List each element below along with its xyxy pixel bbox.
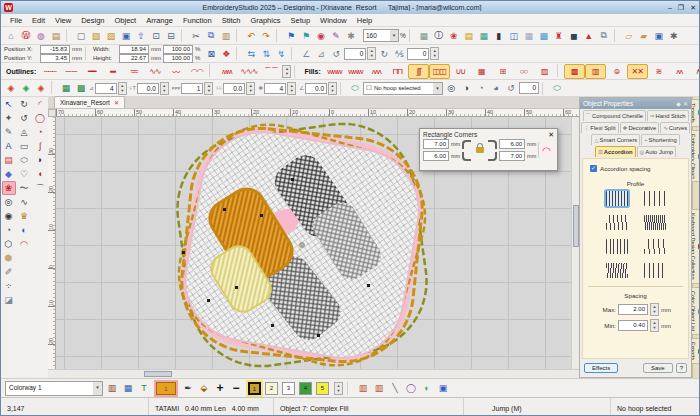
paste-colorway-icon[interactable]: ▰ — [637, 29, 651, 43]
arrange-field[interactable]: 0.0 — [305, 83, 327, 94]
menu-item[interactable]: Design — [76, 16, 109, 25]
height-field[interactable]: 22.67 — [119, 54, 149, 63]
scale-x-field[interactable]: 100.00 — [163, 45, 193, 54]
pen-scatter-tool[interactable]: ✐ — [2, 265, 16, 279]
mannequin-icon[interactable]: ▲ — [582, 29, 596, 43]
2[interactable]: 2 — [265, 382, 278, 395]
s-curve-tool[interactable]: ∫ — [33, 139, 47, 153]
hook-curve-tool[interactable]: ⌒ — [33, 181, 47, 195]
cross-stitch-fill[interactable]: ▦ — [471, 64, 492, 79]
zoom-value[interactable]: 160 — [364, 31, 390, 41]
center-design-icon[interactable]: ❖ — [219, 47, 233, 61]
rotate-stepper[interactable]: ▲▼ — [367, 47, 376, 60]
crown-motif-tool[interactable]: ♛ — [17, 209, 31, 223]
minimize-button[interactable]: – — [668, 4, 672, 12]
satin-fill[interactable]: ΠΠ — [387, 64, 408, 79]
arrange-stepper[interactable]: ▲▼ — [246, 82, 255, 95]
close-icon[interactable]: ✕ — [683, 100, 688, 107]
align-horizontal-icon[interactable]: ◈ — [4, 81, 18, 95]
rotate-cw-icon[interactable]: ↻ — [377, 47, 391, 61]
skew-field[interactable]: 0 — [407, 48, 429, 60]
trueview-icon[interactable]: ◐ — [420, 381, 434, 395]
sequin-fill[interactable]: ○○ — [513, 64, 534, 79]
Flexi Split[interactable]: ⋮Flexi Split — [581, 122, 619, 133]
print-icon[interactable]: ⊡ — [149, 29, 163, 43]
curve-line-tool[interactable]: ∿ — [17, 195, 31, 209]
zoom-combobox[interactable]: 160 ▾ — [363, 29, 399, 42]
scatter-dots-tool[interactable]: ⁘ — [2, 279, 16, 293]
close-icon[interactable]: ✕ — [548, 131, 554, 139]
design-info-icon[interactable]: ⓘ — [432, 29, 446, 43]
rotate-field[interactable]: 0 — [344, 48, 366, 60]
profile-6[interactable] — [644, 239, 666, 254]
colorway-palette-icon[interactable]: ▥ — [105, 381, 119, 395]
p-shape-tool[interactable]: ◖ — [33, 167, 47, 181]
hoop-selector[interactable]: ☐ No hoop selected ▾ — [363, 82, 443, 95]
maximize-button[interactable]: ❐ — [678, 4, 684, 12]
tatami-offset-fill[interactable]: ᴡᴡᴡ — [345, 64, 366, 79]
swirl-fill-tool[interactable]: ◔ — [2, 223, 16, 237]
space-evenly-icon[interactable]: ◈ — [34, 81, 48, 95]
arrange-stepper[interactable]: ▲▼ — [160, 82, 169, 95]
freehand-select-tool[interactable]: ✎ — [2, 125, 16, 139]
profile-8[interactable] — [644, 263, 666, 278]
globe-tool[interactable]: ◐ — [17, 223, 31, 237]
Auto Jump[interactable]: ◎Auto Jump — [637, 146, 677, 157]
help-button[interactable]: ? — [676, 363, 687, 373]
width-field[interactable]: 18.94 — [119, 45, 149, 54]
arrange-field[interactable]: 0.0 — [137, 83, 159, 94]
accordion-spacing-checkbox[interactable]: ✓ Accordion spacing — [590, 165, 651, 172]
mirror-vertical-icon[interactable]: ⇅ — [259, 47, 273, 61]
lettering-tool[interactable]: A — [2, 139, 16, 153]
rainbow-arc-tool[interactable]: ◠ — [17, 237, 31, 251]
max-spacing-stepper[interactable]: ▲▼ — [650, 303, 659, 316]
Decorative[interactable]: ❖Decorative — [620, 122, 660, 133]
close-button[interactable]: ✕ — [690, 4, 696, 12]
polygon-select-tool[interactable]: ✦ — [2, 111, 16, 125]
menu-item[interactable]: Stitch — [217, 16, 246, 25]
min-spacing-stepper[interactable]: ▲▼ — [650, 319, 659, 332]
Smart Corners[interactable]: △Smart Corners — [591, 134, 640, 145]
rectangle-tool[interactable]: ▭ — [17, 139, 31, 153]
stitch-player-icon[interactable]: ⚑ — [299, 29, 313, 43]
overview-window-icon[interactable]: ▦ — [417, 29, 431, 43]
profile-7[interactable] — [606, 263, 628, 278]
home-icon[interactable]: ⌂ — [4, 29, 18, 43]
chevron-down-icon[interactable]: ▾ — [93, 382, 102, 395]
Curves[interactable]: ∿Curves — [660, 122, 690, 133]
hoop-rotate-field[interactable]: 0 — [519, 82, 539, 94]
shape-pencil-tool[interactable]: ◪ — [2, 293, 16, 307]
corner-bottom-right-field[interactable]: 7.00 — [499, 151, 525, 161]
fill-bucket-icon[interactable]: ⬙ — [197, 381, 211, 395]
stitch-edit-icon[interactable]: ⅍ — [392, 47, 406, 61]
hoop-template-icon[interactable]: ◑ — [459, 81, 473, 95]
lock-proportions-icon[interactable]: ⊠ — [204, 47, 218, 61]
open-recent-icon[interactable]: ▨ — [104, 29, 118, 43]
profile-2[interactable] — [644, 191, 666, 206]
thread-chart-icon[interactable]: ▤ — [462, 29, 476, 43]
zoom-options-icon[interactable]: ✱ — [667, 29, 681, 43]
export-machine-file-icon[interactable]: ⇧ — [134, 29, 148, 43]
contour-fill[interactable]: ◫◫ — [429, 64, 450, 79]
design-hub-icon[interactable]: ◍ — [34, 29, 48, 43]
skew-horizontal-icon[interactable]: ∠ — [299, 47, 313, 61]
hoop-rotate-cw-icon[interactable]: ◕ — [489, 81, 503, 95]
run-stitch[interactable]: ┄┄┄ — [39, 64, 60, 79]
save-design-icon[interactable]: ▣ — [119, 29, 133, 43]
hexagon-tan-tool[interactable]: ⬢ — [2, 251, 16, 265]
menu-item[interactable]: Setup — [285, 16, 315, 25]
horizontal-scrollbar[interactable] — [48, 369, 579, 378]
menu-item[interactable]: Edit — [27, 16, 50, 25]
accordion-fill[interactable]: ∫∫∫ — [408, 64, 429, 79]
skew-stepper[interactable]: ▲▼ — [430, 47, 439, 60]
remove-color-button[interactable]: − — [229, 381, 243, 395]
hoop-selected-value[interactable]: No hoop selected — [372, 83, 433, 93]
align-vertical-icon[interactable]: ◈ — [19, 81, 33, 95]
skew-vertical-icon[interactable]: ⊿ — [314, 47, 328, 61]
show-outlines-icon[interactable]: ◯ — [404, 381, 418, 395]
pattern-layout-icon[interactable]: ▩ — [74, 81, 88, 95]
color-palette-icon[interactable]: ▦ — [477, 29, 491, 43]
rotate-cw-tool[interactable]: ↻ — [17, 97, 31, 111]
menu-item[interactable]: File — [5, 16, 27, 25]
tatami-fill[interactable]: ᴡᴡᴡ — [324, 64, 345, 79]
